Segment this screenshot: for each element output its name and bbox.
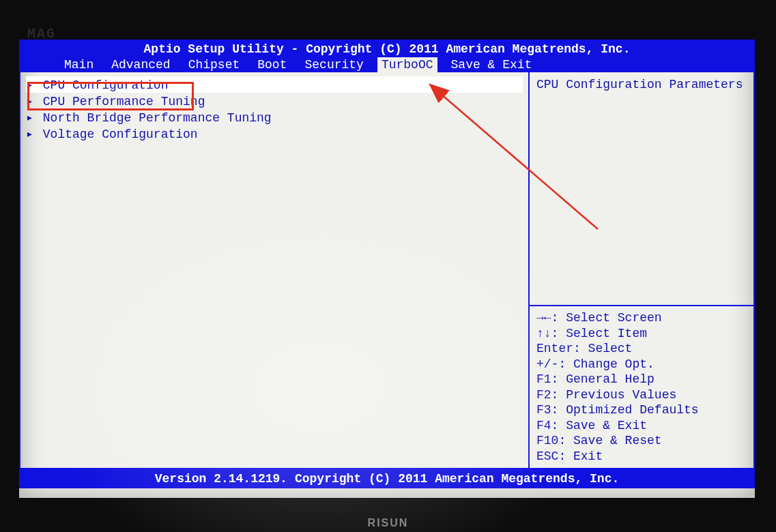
- tab-security[interactable]: Security: [300, 57, 367, 72]
- help-key-line: F3: Optimized Defaults: [536, 402, 747, 418]
- tab-save-exit[interactable]: Save & Exit: [447, 57, 536, 72]
- bios-tabs: MainAdvancedChipsetBootSecurityTurboOCSa…: [19, 56, 755, 72]
- bios-title: Aptio Setup Utility - Copyright (C) 2011…: [19, 42, 755, 56]
- help-key-line: Enter: Select: [536, 341, 747, 357]
- menu-pane: ▸ CPU Configuration▸ CPU Performance Tun…: [19, 72, 530, 469]
- help-key-line: F1: General Help: [536, 372, 747, 387]
- help-pane: CPU Configuration Parameters →←: Select …: [530, 72, 755, 469]
- submenu-arrow-icon: ▸: [26, 126, 35, 141]
- menu-item-voltage-configuration[interactable]: ▸ Voltage Configuration: [26, 125, 523, 142]
- submenu-arrow-icon: ▸: [26, 110, 35, 125]
- menu-item-cpu-performance-tuning[interactable]: ▸ CPU Performance Tuning: [26, 93, 523, 109]
- menu-item-label: CPU Performance Tuning: [35, 95, 205, 108]
- help-key-line: →←: Select Screen: [536, 310, 747, 326]
- tab-turbooc[interactable]: TurboOC: [377, 57, 437, 72]
- tab-main[interactable]: Main: [60, 57, 98, 72]
- help-key-line: F4: Save & Exit: [536, 418, 747, 434]
- help-key-line: F2: Previous Values: [536, 387, 747, 403]
- tab-advanced[interactable]: Advanced: [107, 57, 174, 72]
- help-key-line: F10: Save & Reset: [536, 433, 747, 449]
- help-key-line: ESC: Exit: [536, 449, 747, 464]
- tab-chipset[interactable]: Chipset: [184, 57, 244, 72]
- menu-item-cpu-configuration[interactable]: ▸ CPU Configuration: [26, 76, 523, 93]
- bios-body: ▸ CPU Configuration▸ CPU Performance Tun…: [19, 72, 755, 469]
- menu-item-label: North Bridge Performance Tuning: [35, 111, 272, 125]
- menu-item-label: Voltage Configuration: [35, 128, 198, 141]
- help-keys: →←: Select Screen↑↓: Select ItemEnter: S…: [530, 306, 753, 468]
- monitor-bezel: MAG Aptio Setup Utility - Copyright (C) …: [0, 0, 776, 532]
- help-description: CPU Configuration Parameters: [530, 72, 753, 305]
- bios-footer: Version 2.14.1219. Copyright (C) 2011 Am…: [19, 469, 755, 488]
- bezel-brand-bottom: RISUN: [368, 517, 409, 529]
- menu-item-label: CPU Configuration: [35, 78, 168, 92]
- bios-screen: Aptio Setup Utility - Copyright (C) 2011…: [19, 40, 755, 498]
- help-key-line: ↑↓: Select Item: [536, 326, 747, 342]
- submenu-arrow-icon: ▸: [26, 77, 35, 92]
- menu-item-north-bridge-performance-tuning[interactable]: ▸ North Bridge Performance Tuning: [26, 109, 523, 125]
- help-key-line: +/-: Change Opt.: [536, 357, 747, 372]
- bios-header: Aptio Setup Utility - Copyright (C) 2011…: [19, 40, 755, 72]
- tab-boot[interactable]: Boot: [253, 57, 291, 72]
- submenu-arrow-icon: ▸: [26, 93, 35, 108]
